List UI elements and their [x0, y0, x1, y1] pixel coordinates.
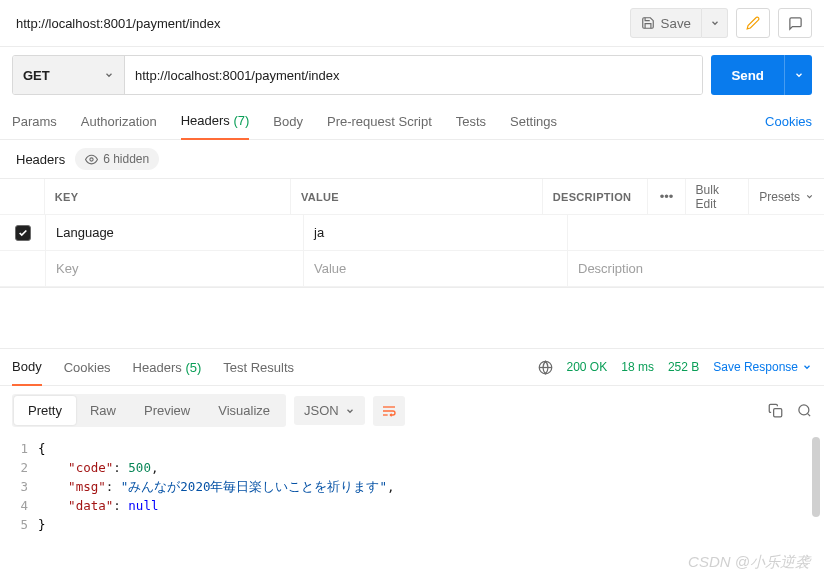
chevron-down-icon: [345, 406, 355, 416]
header-value-cell[interactable]: ja: [304, 215, 568, 250]
view-tab-raw[interactable]: Raw: [76, 396, 130, 425]
wrap-icon: [381, 403, 397, 419]
tab-headers-label: Headers: [181, 113, 230, 128]
check-icon: [18, 228, 28, 238]
search-icon[interactable]: [797, 403, 812, 418]
format-value: JSON: [304, 403, 339, 418]
save-dropdown[interactable]: [702, 8, 728, 38]
save-label: Save: [661, 16, 691, 31]
breadcrumb: http://localhost:8001/payment/index: [12, 12, 630, 35]
col-more-button[interactable]: •••: [648, 179, 685, 214]
response-json: { "code": 500, "msg": "みんなが2020年毎日楽しいことを…: [38, 439, 814, 534]
header-desc-input[interactable]: Description: [568, 251, 824, 286]
presets-label: Presets: [759, 190, 800, 204]
scrollbar[interactable]: [812, 437, 820, 517]
header-key-cell[interactable]: Language: [46, 215, 304, 250]
tab-settings[interactable]: Settings: [510, 104, 557, 139]
svg-point-0: [90, 157, 93, 160]
bulk-edit-button[interactable]: Bulk Edit: [686, 179, 750, 214]
tab-authorization[interactable]: Authorization: [81, 104, 157, 139]
svg-rect-5: [774, 409, 782, 417]
tab-headers[interactable]: Headers (7): [181, 103, 250, 140]
resp-tab-cookies[interactable]: Cookies: [64, 350, 111, 385]
watermark: CSDN @小乐逆袭: [688, 553, 810, 572]
format-select[interactable]: JSON: [294, 396, 365, 425]
header-value-input[interactable]: Value: [304, 251, 568, 286]
chevron-down-icon: [802, 362, 812, 372]
wrap-lines-button[interactable]: [373, 396, 405, 426]
send-button[interactable]: Send: [711, 55, 784, 95]
svg-line-7: [807, 413, 810, 416]
comment-icon: [788, 16, 803, 31]
table-row-empty[interactable]: Key Value Description: [0, 251, 824, 287]
chevron-down-icon: [794, 70, 804, 80]
hidden-count-label: 6 hidden: [103, 152, 149, 166]
cookies-link[interactable]: Cookies: [765, 114, 812, 129]
table-row[interactable]: Language ja: [0, 215, 824, 251]
line-gutter: 1 2 3 4 5: [10, 439, 38, 534]
method-value: GET: [23, 68, 50, 83]
chevron-down-icon: [805, 192, 814, 201]
view-tab-visualize[interactable]: Visualize: [204, 396, 284, 425]
method-select[interactable]: GET: [13, 56, 125, 94]
headers-title: Headers: [16, 152, 65, 167]
status-code: 200 OK: [567, 360, 608, 374]
save-response-label: Save Response: [713, 360, 798, 374]
edit-button[interactable]: [736, 8, 770, 38]
chevron-down-icon: [104, 70, 114, 80]
pencil-icon: [746, 16, 760, 30]
tab-params[interactable]: Params: [12, 104, 57, 139]
tab-body[interactable]: Body: [273, 104, 303, 139]
header-desc-cell[interactable]: [568, 215, 824, 250]
status-size: 252 B: [668, 360, 699, 374]
header-row-checkbox[interactable]: [15, 225, 31, 241]
resp-tab-headers[interactable]: Headers (5): [133, 350, 202, 385]
resp-tab-body[interactable]: Body: [12, 349, 42, 386]
view-tab-pretty[interactable]: Pretty: [14, 396, 76, 425]
chevron-down-icon: [710, 18, 720, 28]
copy-icon[interactable]: [768, 403, 783, 418]
send-dropdown[interactable]: [784, 55, 812, 95]
comment-button[interactable]: [778, 8, 812, 38]
svg-point-6: [799, 405, 809, 415]
tab-prerequest[interactable]: Pre-request Script: [327, 104, 432, 139]
tab-headers-count: (7): [233, 113, 249, 128]
view-tab-preview[interactable]: Preview: [130, 396, 204, 425]
save-button[interactable]: Save: [630, 8, 702, 38]
save-response-button[interactable]: Save Response: [713, 360, 812, 374]
col-key: KEY: [45, 179, 291, 214]
url-input[interactable]: [125, 56, 702, 94]
response-body[interactable]: 1 2 3 4 5 { "code": 500, "msg": "みんなが202…: [0, 435, 824, 538]
globe-icon[interactable]: [538, 360, 553, 375]
status-time: 18 ms: [621, 360, 654, 374]
resp-tab-headers-label: Headers: [133, 360, 182, 375]
resp-tab-tests[interactable]: Test Results: [223, 350, 294, 385]
resp-tab-headers-count: (5): [185, 360, 201, 375]
save-icon: [641, 16, 655, 30]
presets-button[interactable]: Presets: [749, 179, 824, 214]
col-value: VALUE: [291, 179, 543, 214]
col-description: DESCRIPTION: [543, 179, 649, 214]
eye-icon: [85, 153, 98, 166]
header-key-input[interactable]: Key: [46, 251, 304, 286]
hidden-headers-toggle[interactable]: 6 hidden: [75, 148, 159, 170]
tab-tests[interactable]: Tests: [456, 104, 486, 139]
